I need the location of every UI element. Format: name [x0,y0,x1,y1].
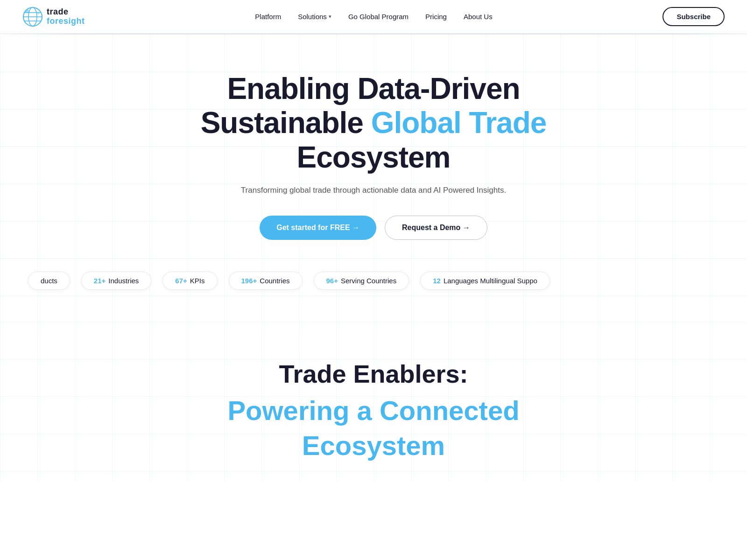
logo-foresight-text: foresight [47,17,85,26]
trade-enablers-section: Trade Enablers: Powering a Connected Eco… [0,322,747,482]
request-demo-button[interactable]: Request a Demo → [385,216,487,240]
stat-serving: 96+ Serving Countries [314,272,409,290]
stat-kpis: 67+ KPIs [162,272,217,290]
nav-item-platform[interactable]: Platform [255,13,281,21]
trade-enablers-line1: Powering a Connected [22,393,725,428]
hero-title-line3: Ecosystem [297,140,451,174]
hero-subtitle: Transforming global trade through action… [22,186,725,195]
stat-industries-label: Industries [108,277,139,285]
navbar: trade foresight Platform Solutions ▾ Go … [0,0,747,34]
nav-item-about-us[interactable]: About Us [464,13,493,21]
hero-section: Enabling Data-Driven Sustainable Global … [0,35,747,322]
hero-title-line1: Enabling Data-Driven [227,72,520,105]
get-started-button[interactable]: Get started for FREE → [260,216,376,240]
stats-bar: ducts 21+ Industries 67+ KPIs 196+ Count… [22,259,725,303]
svg-point-6 [37,12,40,14]
trade-enablers-content: Trade Enablers: Powering a Connected Eco… [22,359,725,463]
nav-link-platform[interactable]: Platform [255,13,281,21]
stat-languages: 12 Languages Multilingual Suppo [420,272,550,290]
hero-content: Enabling Data-Driven Sustainable Global … [22,72,725,240]
logo-trade-text: trade [47,7,85,17]
stat-serving-number: 96+ [326,277,338,285]
nav-links: Platform Solutions ▾ Go Global Program P… [255,13,492,21]
stat-serving-label: Serving Countries [341,277,396,285]
stat-products: ducts [28,272,70,290]
trade-enablers-title: Trade Enablers: [22,359,725,389]
stat-industries: 21+ Industries [81,272,152,290]
logo[interactable]: trade foresight [22,7,85,27]
stat-languages-number: 12 [433,277,441,285]
stat-countries-number: 196+ [241,277,257,285]
globe-icon [22,7,43,27]
stat-products-label: ducts [41,277,57,285]
hero-title: Enabling Data-Driven Sustainable Global … [163,72,584,175]
stat-kpis-number: 67+ [175,277,187,285]
trade-enablers-subtitle: Powering a Connected Ecosystem [22,393,725,463]
hero-title-line2-plain: Sustainable [201,106,371,140]
stat-industries-number: 21+ [94,277,106,285]
nav-item-solutions[interactable]: Solutions ▾ [298,13,331,21]
stat-kpis-label: KPIs [190,277,205,285]
nav-item-pricing[interactable]: Pricing [425,13,447,21]
stat-countries-label: Countries [260,277,289,285]
nav-link-about-us[interactable]: About Us [464,13,493,21]
nav-item-go-global[interactable]: Go Global Program [348,13,409,21]
hero-buttons: Get started for FREE → Request a Demo → [22,216,725,240]
hero-title-highlight: Global Trade [371,106,547,140]
chevron-down-icon: ▾ [329,14,331,20]
nav-link-solutions[interactable]: Solutions ▾ [298,13,331,21]
svg-point-5 [25,9,29,13]
nav-link-go-global[interactable]: Go Global Program [348,13,409,21]
trade-enablers-line2: Ecosystem [22,428,725,463]
subscribe-button[interactable]: Subscribe [662,7,725,26]
nav-link-pricing[interactable]: Pricing [425,13,447,21]
stat-languages-label: Languages Multilingual Suppo [444,277,537,285]
stat-countries: 196+ Countries [229,272,303,290]
